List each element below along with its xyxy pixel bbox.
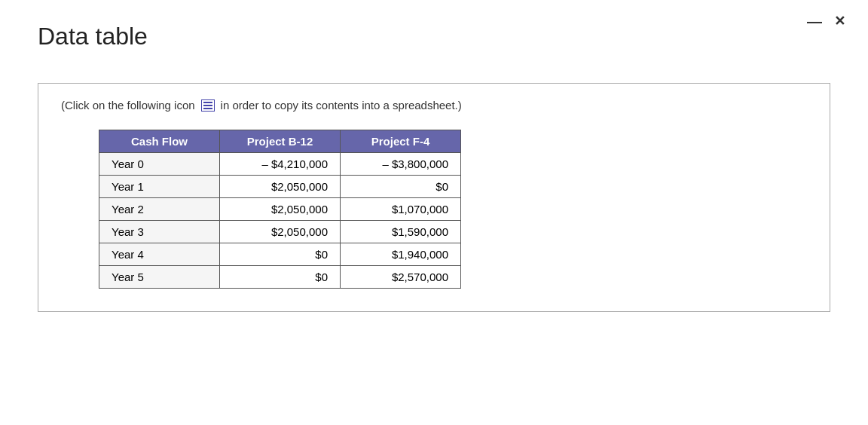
row-f4: $1,590,000 xyxy=(341,221,461,243)
main-content: (Click on the following icon in order to… xyxy=(38,83,830,312)
table-row: Year 2$2,050,000$1,070,000 xyxy=(99,198,461,221)
row-f4: $1,070,000 xyxy=(341,198,461,221)
row-f4: $0 xyxy=(341,176,461,198)
row-b12: $0 xyxy=(220,243,341,266)
instruction-before: (Click on the following icon xyxy=(61,99,195,112)
row-label: Year 4 xyxy=(99,243,220,266)
col-header-cashflow: Cash Flow xyxy=(99,130,220,153)
row-label: Year 3 xyxy=(99,221,220,243)
row-b12: $2,050,000 xyxy=(220,198,341,221)
minimize-button[interactable]: — xyxy=(807,14,822,29)
table-row: Year 4$0$1,940,000 xyxy=(99,243,461,266)
table-header-row: Cash Flow Project B-12 Project F-4 xyxy=(99,130,461,153)
col-header-f4: Project F-4 xyxy=(341,130,461,153)
row-label: Year 5 xyxy=(99,266,220,289)
window-controls: — ✕ xyxy=(807,14,845,29)
spreadsheet-icon[interactable] xyxy=(201,99,215,112)
table-row: Year 1$2,050,000$0 xyxy=(99,176,461,198)
row-label: Year 0 xyxy=(99,153,220,176)
col-header-b12: Project B-12 xyxy=(220,130,341,153)
table-row: Year 5$0$2,570,000 xyxy=(99,266,461,289)
close-button[interactable]: ✕ xyxy=(834,14,845,28)
page-title: Data table xyxy=(38,23,148,50)
table-row: Year 0– $4,210,000– $3,800,000 xyxy=(99,153,461,176)
row-b12: $0 xyxy=(220,266,341,289)
row-f4: $2,570,000 xyxy=(341,266,461,289)
row-label: Year 1 xyxy=(99,176,220,198)
row-b12: $2,050,000 xyxy=(220,176,341,198)
row-label: Year 2 xyxy=(99,198,220,221)
instruction-after: in order to copy its contents into a spr… xyxy=(221,99,462,112)
data-table: Cash Flow Project B-12 Project F-4 Year … xyxy=(99,130,461,289)
row-f4: – $3,800,000 xyxy=(341,153,461,176)
instruction-row: (Click on the following icon in order to… xyxy=(61,99,807,112)
row-b12: $2,050,000 xyxy=(220,221,341,243)
row-f4: $1,940,000 xyxy=(341,243,461,266)
table-row: Year 3$2,050,000$1,590,000 xyxy=(99,221,461,243)
row-b12: – $4,210,000 xyxy=(220,153,341,176)
